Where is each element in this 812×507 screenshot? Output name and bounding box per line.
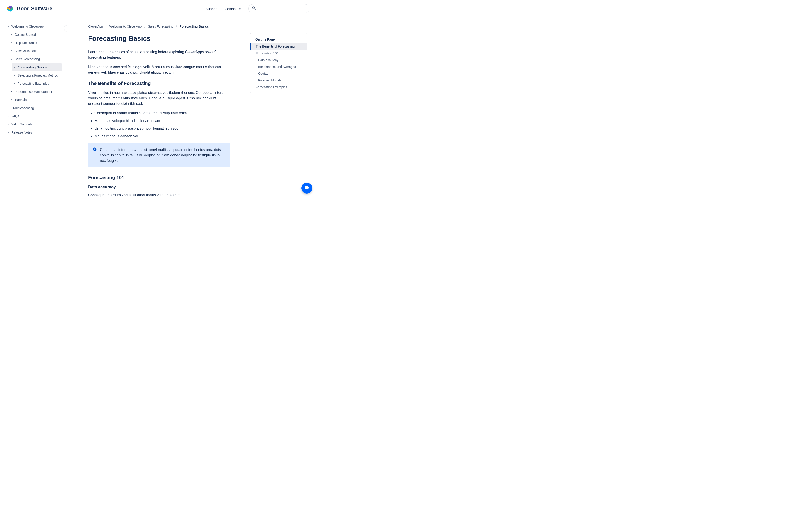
toc-link[interactable]: Quotas (250, 70, 307, 77)
brand-logo-icon (7, 5, 14, 12)
sidebar-item-label: Forecasting Examples (18, 82, 60, 85)
sidebar-item-label: Help Resources (14, 41, 60, 45)
toc-link[interactable]: Forecasting Examples (250, 84, 307, 91)
benefits-bullet-list: Consequat interdum varius sit amet matti… (88, 110, 231, 139)
breadcrumb-link[interactable]: CleverApp (88, 25, 103, 28)
svg-point-7 (95, 148, 95, 149)
toc-link[interactable]: Forecasting 101 (250, 50, 307, 57)
breadcrumb-separator: / (144, 25, 145, 28)
main-content: CleverApp/Welcome to CleverApp/Sales For… (67, 17, 316, 198)
chevron-down-icon (7, 25, 9, 27)
on-this-page: On this Page The Benefits of Forecasting… (250, 33, 307, 93)
dot-icon: • (10, 33, 13, 37)
sidebar-item-label: Sales Forecasting (14, 57, 60, 61)
sidebar: Welcome to CleverApp•Getting Started•Hel… (0, 17, 67, 198)
sidebar-item-label: Sales Automation (14, 49, 60, 53)
brand[interactable]: Good Software (7, 5, 52, 12)
section-benefits-body: Viverra tellus in hac habitasse platea d… (88, 90, 231, 106)
info-icon (93, 147, 97, 163)
sidebar-item[interactable]: Sales Automation (9, 47, 62, 55)
search-box[interactable] (248, 4, 309, 13)
page-title: Forecasting Basics (88, 33, 231, 44)
sidebar-tree: Welcome to CleverApp•Getting Started•Hel… (7, 22, 60, 136)
chevron-right-icon (10, 91, 13, 93)
sidebar-item[interactable]: •Selecting a Forecast Method (12, 71, 62, 79)
chevron-right-icon (10, 99, 13, 101)
sidebar-item[interactable]: •Help Resources (9, 39, 62, 47)
top-nav: Support Contact us (206, 4, 309, 13)
search-input[interactable] (258, 7, 306, 11)
sidebar-item[interactable]: Sales Forecasting (9, 55, 62, 63)
sidebar-collapse-button[interactable] (64, 25, 67, 32)
chevron-right-icon (7, 131, 9, 133)
nav-contact[interactable]: Contact us (225, 7, 241, 11)
sidebar-item-label: Performance Management (14, 90, 60, 94)
article-body: Forecasting Basics Learn about the basic… (88, 33, 231, 198)
breadcrumb-current: Forecasting Basics (180, 25, 209, 28)
question-icon (305, 185, 309, 191)
sidebar-item-label: Release Notes (11, 130, 60, 134)
list-item: Urna nec tincidunt praesent semper feugi… (95, 126, 231, 131)
sidebar-item[interactable]: •Forecasting Basics (12, 63, 62, 71)
breadcrumb-separator: / (176, 25, 177, 28)
sidebar-item[interactable]: Tutorials (9, 96, 62, 104)
dot-icon: • (7, 122, 9, 126)
breadcrumb: CleverApp/Welcome to CleverApp/Sales For… (88, 25, 307, 28)
sidebar-item-label: Video Tutorials (11, 122, 60, 126)
toc-link[interactable]: Forecast Models (250, 77, 307, 84)
sidebar-item[interactable]: Performance Management (9, 88, 62, 96)
svg-rect-6 (95, 149, 95, 150)
sidebar-item-label: Troubleshooting (11, 106, 60, 110)
chevron-right-icon (7, 115, 9, 117)
sidebar-item[interactable]: •Forecasting Examples (12, 79, 62, 88)
sidebar-item[interactable]: FAQs (5, 112, 62, 120)
list-item: Consequat interdum varius sit amet matti… (95, 110, 231, 116)
list-item: Maecenas volutpat blandit aliquam etiam. (95, 118, 231, 124)
toc-title: On this Page (250, 38, 307, 43)
chevron-right-icon (7, 107, 9, 109)
section-benefits-title: The Benefits of Forecasting (88, 80, 231, 87)
sidebar-item-label: Selecting a Forecast Method (18, 73, 60, 77)
intro-paragraph-2: Nibh venenatis cras sed felis eget velit… (88, 64, 231, 75)
sidebar-item-label: FAQs (11, 114, 60, 118)
chevron-down-icon (10, 58, 13, 60)
toc-link[interactable]: The Benefits of Forecasting (250, 43, 307, 50)
sidebar-item-label: Tutorials (14, 98, 60, 102)
header: Good Software Support Contact us (0, 0, 316, 17)
breadcrumb-link[interactable]: Welcome to CleverApp (109, 25, 142, 28)
sidebar-item[interactable]: Release Notes (5, 128, 62, 136)
section-101-sub1-body: Consequat interdum varius sit amet matti… (88, 192, 231, 198)
callout-text: Consequat interdum varius sit amet matti… (100, 147, 225, 163)
breadcrumb-link[interactable]: Sales Forecasting (148, 25, 173, 28)
toc-link[interactable]: Data accuracy (250, 57, 307, 63)
sidebar-item-label: Welcome to CleverApp (11, 25, 60, 28)
dot-icon: • (10, 41, 13, 45)
toc-link[interactable]: Benchmarks and Averages (250, 63, 307, 70)
intro-paragraph-1: Learn about the basics of sales forecast… (88, 49, 231, 60)
dot-icon: • (13, 82, 16, 85)
dot-icon: • (13, 65, 16, 69)
info-callout: Consequat interdum varius sit amet matti… (88, 143, 231, 168)
sidebar-item-label: Forecasting Basics (18, 65, 60, 69)
sidebar-item-label: Getting Started (14, 33, 60, 37)
sidebar-item[interactable]: Welcome to CleverApp (5, 22, 62, 31)
toc-list: The Benefits of ForecastingForecasting 1… (250, 43, 307, 91)
sidebar-item[interactable]: •Video Tutorials (5, 120, 62, 128)
chevron-right-icon (10, 50, 13, 52)
dot-icon: • (13, 73, 16, 77)
section-101-title: Forecasting 101 (88, 174, 231, 181)
brand-name: Good Software (17, 6, 52, 11)
section-101-sub1-title: Data accuracy (88, 184, 231, 190)
help-fab[interactable] (301, 183, 312, 193)
list-item: Mauris rhoncus aenean vel. (95, 133, 231, 139)
nav-support[interactable]: Support (206, 7, 218, 11)
breadcrumb-separator: / (106, 25, 106, 28)
sidebar-item[interactable]: •Getting Started (9, 31, 62, 39)
search-icon (252, 6, 256, 11)
sidebar-item[interactable]: Troubleshooting (5, 104, 62, 112)
